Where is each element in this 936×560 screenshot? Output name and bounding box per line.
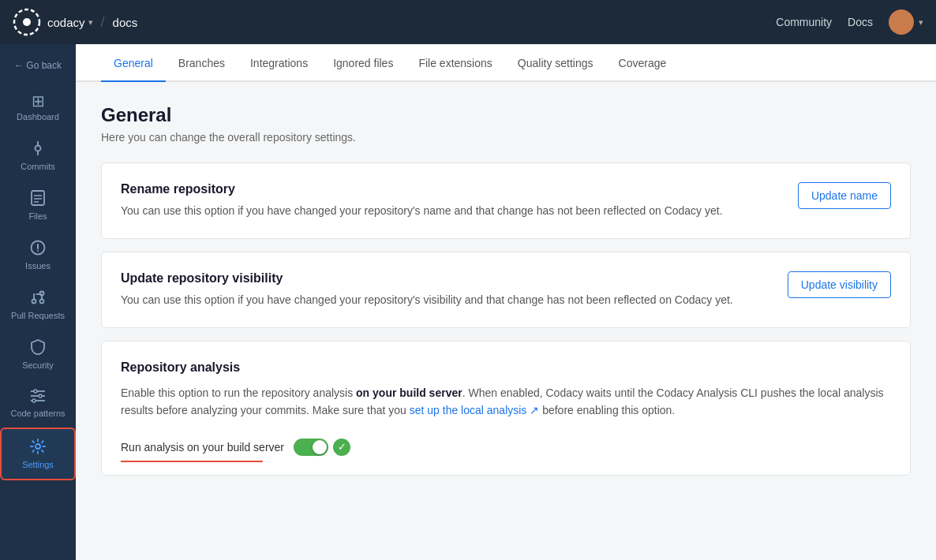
update-visibility-button[interactable]: Update visibility: [788, 271, 891, 298]
svg-point-11: [37, 250, 39, 252]
svg-point-19: [34, 390, 37, 393]
toggle-container[interactable]: ✓: [294, 439, 350, 456]
tab-coverage[interactable]: Coverage: [606, 44, 680, 82]
pull-requests-icon: [30, 289, 46, 308]
tab-quality-settings[interactable]: Quality settings: [505, 44, 606, 82]
go-back-link[interactable]: ← Go back: [0, 54, 76, 77]
visibility-card: Update repository visibility You can use…: [101, 252, 911, 328]
toggle-track[interactable]: [294, 439, 328, 456]
avatar: [889, 9, 914, 35]
sidebar-item-files[interactable]: Files: [0, 181, 76, 230]
toggle-row: Run analysis on your build server ✓: [121, 432, 891, 456]
rename-card-action: Update name: [798, 182, 891, 209]
sidebar-item-commits[interactable]: Commits: [0, 131, 76, 181]
sidebar-label-pull-requests: Pull Requests: [11, 311, 65, 320]
commits-icon: [30, 140, 46, 159]
analysis-desc-prefix: Enable this option to run the repository…: [121, 386, 356, 399]
navbar: codacy ▾ / docs Community Docs ▾: [0, 0, 936, 44]
sidebar-label-code-patterns: Code patterns: [10, 409, 65, 418]
tab-file-extensions[interactable]: File extensions: [406, 44, 504, 82]
sidebar-item-code-patterns[interactable]: Code patterns: [0, 379, 76, 427]
tab-branches[interactable]: Branches: [166, 44, 238, 82]
analysis-card: Repository analysis Enable this option t…: [101, 341, 911, 476]
analysis-card-description: Enable this option to run the repository…: [121, 384, 891, 420]
toggle-underline: [121, 461, 263, 462]
codacy-logo: [13, 8, 41, 36]
page-title: General: [101, 104, 911, 126]
dashboard-icon: ⊞: [32, 93, 45, 109]
svg-point-2: [36, 146, 41, 151]
docs-link[interactable]: Docs: [848, 16, 873, 28]
navbar-right: Community Docs ▾: [776, 9, 923, 35]
settings-tabs: General Branches Integrations Ignored fi…: [76, 44, 936, 82]
sidebar-label-commits: Commits: [21, 162, 54, 171]
tab-integrations[interactable]: Integrations: [238, 44, 320, 82]
analysis-setup-link[interactable]: set up the local analysis ↗: [410, 404, 540, 416]
nav-separator: /: [101, 14, 105, 31]
brand-chevron-icon: ▾: [88, 17, 93, 28]
sidebar-item-issues[interactable]: Issues: [0, 230, 76, 280]
toggle-thumb: [313, 440, 327, 454]
brand-name[interactable]: codacy ▾: [47, 16, 93, 29]
code-patterns-icon: [30, 389, 46, 405]
analysis-desc-bold: on your build server: [356, 386, 462, 399]
rename-card-title: Rename repository: [121, 182, 785, 196]
visibility-card-description: You can use this option if you have chan…: [121, 292, 775, 308]
security-icon: [31, 339, 45, 357]
rename-card-description: You can use this option if you have chan…: [121, 203, 785, 219]
sidebar-label-settings: Settings: [22, 460, 54, 469]
user-avatar-menu[interactable]: ▾: [889, 9, 923, 35]
files-icon: [31, 190, 45, 208]
toggle-check-icon: ✓: [333, 439, 350, 456]
sidebar-item-security[interactable]: Security: [0, 330, 76, 379]
analysis-card-title: Repository analysis: [121, 360, 891, 375]
svg-point-12: [32, 300, 36, 304]
sidebar-item-pull-requests[interactable]: Pull Requests: [0, 280, 76, 330]
rename-card-content: Rename repository You can use this optio…: [121, 182, 785, 219]
analysis-desc-suffix: before enabling this option.: [539, 404, 675, 416]
page-subtitle: Here you can change the overall reposito…: [101, 131, 911, 144]
svg-point-20: [39, 394, 42, 398]
sidebar-item-settings[interactable]: Settings: [0, 427, 76, 480]
svg-point-21: [32, 399, 36, 402]
toggle-label: Run analysis on your build server: [121, 441, 284, 454]
update-name-button[interactable]: Update name: [798, 182, 891, 209]
settings-icon: [30, 439, 46, 457]
svg-point-22: [36, 444, 40, 449]
svg-point-13: [40, 300, 44, 304]
nav-docs-label: docs: [113, 16, 138, 29]
sidebar-label-issues: Issues: [25, 261, 51, 271]
issues-icon: [30, 240, 46, 258]
visibility-card-content: Update repository visibility You can use…: [121, 271, 775, 308]
rename-repository-card: Rename repository You can use this optio…: [101, 162, 911, 239]
sidebar-item-dashboard[interactable]: ⊞ Dashboard: [0, 84, 76, 131]
visibility-card-title: Update repository visibility: [121, 271, 775, 286]
avatar-chevron-icon: ▾: [919, 17, 923, 28]
sidebar: ← Go back ⊞ Dashboard Commits Files: [0, 44, 76, 560]
tab-ignored-files[interactable]: Ignored files: [320, 44, 406, 82]
toggle-row-wrapper: Run analysis on your build server ✓: [121, 432, 891, 456]
main-content: General Branches Integrations Ignored fi…: [76, 44, 936, 560]
svg-point-1: [23, 18, 31, 26]
visibility-card-action: Update visibility: [788, 271, 891, 298]
tab-general[interactable]: General: [101, 44, 166, 82]
svg-rect-5: [32, 191, 44, 205]
sidebar-label-files: Files: [28, 211, 47, 221]
sidebar-label-security: Security: [22, 360, 54, 370]
sidebar-label-dashboard: Dashboard: [17, 112, 59, 121]
community-link[interactable]: Community: [776, 16, 832, 28]
